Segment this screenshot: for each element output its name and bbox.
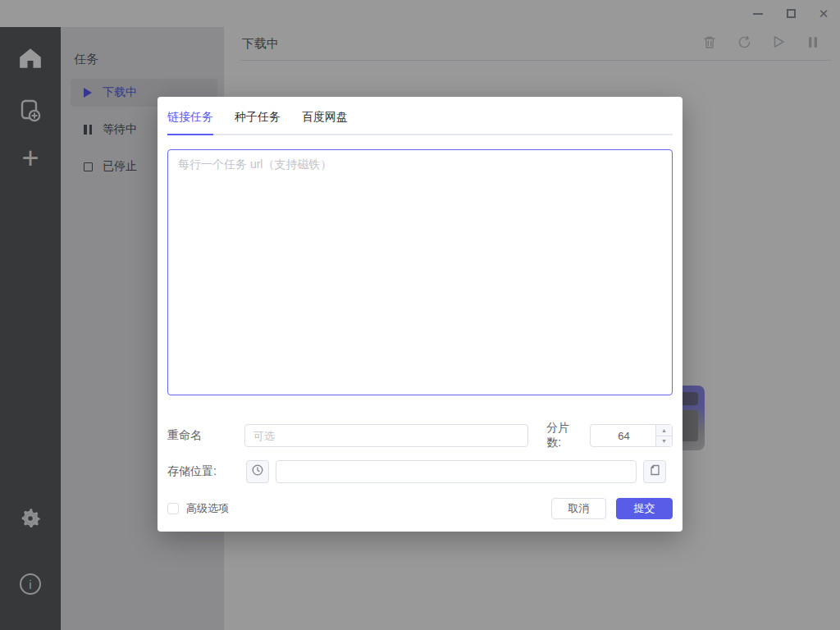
location-row: 存储位置: <box>167 460 673 483</box>
advanced-options-label: 高级选项 <box>186 501 229 516</box>
history-clock-icon <box>252 464 263 479</box>
submit-button[interactable]: 提交 <box>616 498 673 519</box>
split-count-stepper: ▲ ▼ <box>590 424 673 447</box>
location-input[interactable] <box>276 460 637 483</box>
app-window: ✕ + <box>0 0 840 630</box>
add-task-dialog: 链接任务 种子任务 百度网盘 重命名 分片数: ▲ ▼ 存储位置: <box>158 97 682 532</box>
split-count-label: 分片数: <box>546 421 583 450</box>
dialog-tabs: 链接任务 种子任务 百度网盘 <box>167 110 673 135</box>
advanced-options-checkbox[interactable]: 高级选项 <box>167 501 229 516</box>
url-textarea[interactable] <box>167 149 673 395</box>
stepper-down-button[interactable]: ▼ <box>656 436 672 447</box>
chevron-up-icon: ▲ <box>661 427 667 433</box>
rename-input[interactable] <box>244 424 528 447</box>
rename-label: 重命名 <box>167 428 244 443</box>
tab-baidu-netdisk[interactable]: 百度网盘 <box>302 110 348 134</box>
choose-folder-button[interactable] <box>643 460 666 483</box>
folder-icon <box>650 464 660 479</box>
cancel-button[interactable]: 取消 <box>551 498 606 519</box>
dialog-footer: 高级选项 取消 提交 <box>167 498 673 519</box>
location-label: 存储位置: <box>167 464 246 479</box>
rename-row: 重命名 分片数: ▲ ▼ <box>167 421 673 450</box>
tab-torrent-task[interactable]: 种子任务 <box>235 110 281 134</box>
checkbox-icon <box>167 503 179 514</box>
location-history-button[interactable] <box>246 460 269 483</box>
stepper-up-button[interactable]: ▲ <box>656 425 672 436</box>
chevron-down-icon: ▼ <box>661 438 667 444</box>
stepper-spinner: ▲ ▼ <box>655 425 672 446</box>
dialog-buttons: 取消 提交 <box>551 498 673 519</box>
tab-link-task[interactable]: 链接任务 <box>167 110 213 134</box>
